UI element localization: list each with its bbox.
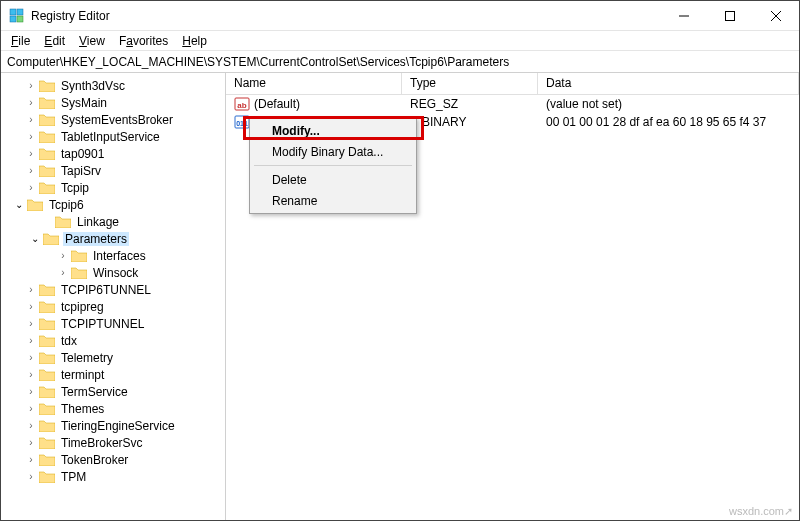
chevron-right-icon[interactable]: › <box>25 386 37 398</box>
tree-item-tapisrv[interactable]: ›TapiSrv <box>1 162 225 179</box>
string-value-icon: ab <box>234 96 250 112</box>
tree-item-synth3dvsc[interactable]: ›Synth3dVsc <box>1 77 225 94</box>
chevron-right-icon[interactable]: › <box>25 284 37 296</box>
value-name: (Default) <box>254 97 300 111</box>
tree-item-sysmain[interactable]: ›SysMain <box>1 94 225 111</box>
folder-icon <box>39 283 55 297</box>
chevron-right-icon[interactable]: › <box>57 250 69 262</box>
value-type: BINARY <box>402 115 538 129</box>
tree-item-themes[interactable]: ›Themes <box>1 400 225 417</box>
context-menu: Modify... Modify Binary Data... Delete R… <box>249 117 417 214</box>
list-header: Name Type Data <box>226 73 799 95</box>
tree-item-tcpip[interactable]: ›Tcpip <box>1 179 225 196</box>
chevron-right-icon[interactable]: › <box>25 420 37 432</box>
chevron-right-icon[interactable]: › <box>25 301 37 313</box>
close-icon <box>771 11 781 21</box>
chevron-right-icon[interactable]: › <box>25 369 37 381</box>
tree-item-tabletinputservice[interactable]: ›TabletInputService <box>1 128 225 145</box>
folder-icon <box>43 232 59 246</box>
tree-item-tieringengineservice[interactable]: ›TieringEngineService <box>1 417 225 434</box>
chevron-right-icon[interactable]: › <box>25 403 37 415</box>
minimize-icon <box>679 11 689 21</box>
chevron-right-icon[interactable]: › <box>57 267 69 279</box>
menu-view[interactable]: View <box>73 33 111 49</box>
tree-item-linkage[interactable]: Linkage <box>1 213 225 230</box>
chevron-right-icon[interactable]: › <box>25 114 37 126</box>
maximize-button[interactable] <box>707 1 753 31</box>
svg-rect-2 <box>10 16 16 22</box>
tree-item-parameters[interactable]: ⌄Parameters <box>1 230 225 247</box>
chevron-right-icon[interactable]: › <box>25 454 37 466</box>
tree-item-tcpiptunnel[interactable]: ›TCPIPTUNNEL <box>1 315 225 332</box>
minimize-button[interactable] <box>661 1 707 31</box>
menu-edit[interactable]: Edit <box>38 33 71 49</box>
folder-icon <box>71 266 87 280</box>
context-rename[interactable]: Rename <box>252 190 414 211</box>
value-type: REG_SZ <box>402 97 538 111</box>
watermark: wsxdn.com➚ <box>729 505 793 518</box>
chevron-right-icon[interactable]: › <box>25 131 37 143</box>
tree-item-tpm[interactable]: ›TPM <box>1 468 225 485</box>
folder-icon <box>71 249 87 263</box>
address-bar[interactable]: Computer\HKEY_LOCAL_MACHINE\SYSTEM\Curre… <box>1 51 799 73</box>
folder-icon <box>39 130 55 144</box>
tree-item-tcpip6tunnel[interactable]: ›TCPIP6TUNNEL <box>1 281 225 298</box>
folder-icon <box>39 453 55 467</box>
column-data[interactable]: Data <box>538 73 799 94</box>
chevron-down-icon[interactable]: ⌄ <box>29 233 41 245</box>
chevron-right-icon[interactable]: › <box>25 335 37 347</box>
chevron-right-icon[interactable]: › <box>25 352 37 364</box>
folder-icon <box>39 385 55 399</box>
chevron-down-icon[interactable]: ⌄ <box>13 199 25 211</box>
title-bar: Registry Editor <box>1 1 799 31</box>
registry-editor-window: Registry Editor File Edit View Favorites… <box>0 0 800 521</box>
svg-text:ab: ab <box>237 101 246 110</box>
value-row-default[interactable]: ab (Default) REG_SZ (value not set) <box>226 95 799 113</box>
folder-icon <box>39 317 55 331</box>
tree-item-terminpt[interactable]: ›terminpt <box>1 366 225 383</box>
folder-icon <box>39 351 55 365</box>
svg-text:011: 011 <box>236 120 248 127</box>
chevron-right-icon[interactable]: › <box>25 80 37 92</box>
tree-item-tcpip6[interactable]: ⌄Tcpip6 <box>1 196 225 213</box>
chevron-right-icon[interactable]: › <box>25 318 37 330</box>
context-modify-binary[interactable]: Modify Binary Data... <box>252 141 414 162</box>
tree-item-systemeventsbroker[interactable]: ›SystemEventsBroker <box>1 111 225 128</box>
chevron-right-icon[interactable]: › <box>25 97 37 109</box>
column-name[interactable]: Name <box>226 73 402 94</box>
folder-icon <box>39 402 55 416</box>
folder-icon <box>39 470 55 484</box>
tree-item-tdx[interactable]: ›tdx <box>1 332 225 349</box>
context-modify[interactable]: Modify... <box>252 120 414 141</box>
folder-icon <box>39 164 55 178</box>
tree-item-termservice[interactable]: ›TermService <box>1 383 225 400</box>
folder-icon <box>39 96 55 110</box>
tree-item-tokenbroker[interactable]: ›TokenBroker <box>1 451 225 468</box>
chevron-right-icon[interactable]: › <box>25 165 37 177</box>
tree-item-timebrokersvc[interactable]: ›TimeBrokerSvc <box>1 434 225 451</box>
tree-pane[interactable]: ›Synth3dVsc ›SysMain ›SystemEventsBroker… <box>1 73 226 520</box>
menu-help[interactable]: Help <box>176 33 213 49</box>
column-type[interactable]: Type <box>402 73 538 94</box>
menu-favorites[interactable]: Favorites <box>113 33 174 49</box>
folder-icon <box>39 368 55 382</box>
context-delete[interactable]: Delete <box>252 169 414 190</box>
tree-item-telemetry[interactable]: ›Telemetry <box>1 349 225 366</box>
context-separator <box>254 165 412 166</box>
tree-item-tcpipreg[interactable]: ›tcpipreg <box>1 298 225 315</box>
chevron-right-icon[interactable]: › <box>25 182 37 194</box>
chevron-right-icon[interactable]: › <box>25 148 37 160</box>
tree-item-interfaces[interactable]: ›Interfaces <box>1 247 225 264</box>
folder-icon <box>39 147 55 161</box>
svg-rect-1 <box>17 9 23 15</box>
tree-item-tap0901[interactable]: ›tap0901 <box>1 145 225 162</box>
folder-icon <box>55 215 71 229</box>
menu-file[interactable]: File <box>5 33 36 49</box>
folder-icon <box>39 79 55 93</box>
chevron-right-icon[interactable]: › <box>25 471 37 483</box>
close-button[interactable] <box>753 1 799 31</box>
tree-item-winsock[interactable]: ›Winsock <box>1 264 225 281</box>
chevron-right-icon[interactable]: › <box>25 437 37 449</box>
value-data: (value not set) <box>538 97 799 111</box>
svg-rect-5 <box>726 11 735 20</box>
